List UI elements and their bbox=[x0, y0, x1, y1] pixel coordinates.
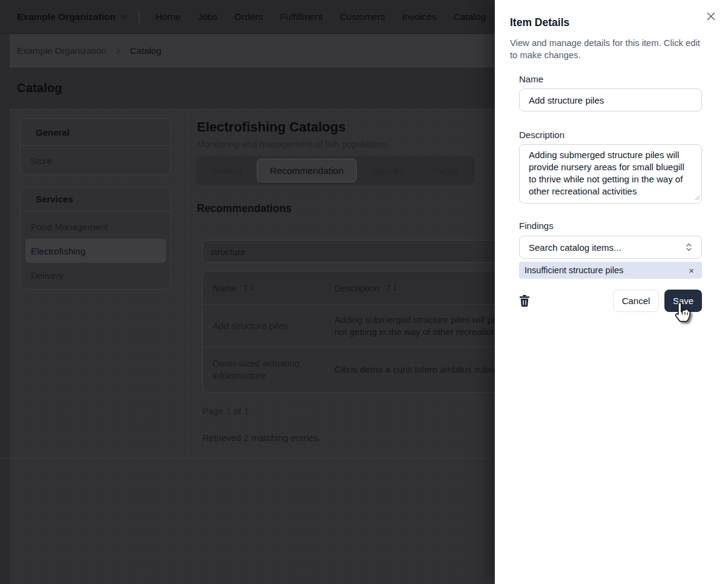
recommendations-heading: Recommendations bbox=[197, 202, 292, 215]
column-header-description[interactable]: Description bbox=[334, 283, 380, 293]
catalog-title: Electrofishing Catalogs bbox=[197, 119, 346, 135]
cancel-button[interactable]: Cancel bbox=[613, 290, 659, 312]
close-button[interactable] bbox=[706, 11, 716, 22]
org-switcher[interactable]: Example Organization bbox=[17, 12, 128, 22]
nav-item-invoices[interactable]: Invoices bbox=[402, 12, 437, 22]
sidebar-section-title: General bbox=[21, 119, 171, 146]
nav-item-fulfillment[interactable]: Fulfillment bbox=[280, 12, 323, 22]
nav-divider bbox=[139, 10, 139, 24]
application-window: Example Organization Home Jobs Orders Fu… bbox=[0, 0, 728, 584]
nav-item-orders[interactable]: Orders bbox=[234, 12, 263, 22]
chevron-up-down-icon bbox=[685, 242, 693, 252]
sort-icon[interactable]: ↑↓ bbox=[242, 283, 255, 293]
findings-select-placeholder: Search catalog items... bbox=[529, 242, 685, 253]
tab-finding[interactable]: Finding bbox=[198, 159, 257, 182]
panel-description: View and manage details for this item. C… bbox=[510, 37, 710, 61]
findings-label: Findings bbox=[519, 221, 554, 231]
sort-icon[interactable]: ↑↓ bbox=[385, 283, 398, 293]
column-header-name[interactable]: Name bbox=[213, 283, 237, 293]
tab-recommendation[interactable]: Recommendation bbox=[257, 159, 357, 182]
left-edge-strip bbox=[0, 34, 10, 584]
finding-chip-label: Insufficient structure piles bbox=[524, 265, 687, 275]
row-name: Down-sized actuating infrastructure bbox=[213, 357, 299, 382]
description-label: Description bbox=[519, 130, 564, 140]
save-button[interactable]: Save bbox=[664, 290, 702, 312]
trash-icon bbox=[519, 294, 530, 307]
nav-item-home[interactable]: Home bbox=[156, 12, 180, 22]
pagination-status: Page 1 of 1 bbox=[202, 406, 249, 416]
remove-finding-button[interactable]: × bbox=[687, 266, 695, 275]
sidebar-section-general: General Store bbox=[20, 118, 171, 175]
tab-species[interactable]: Species bbox=[357, 159, 418, 182]
chevron-down-icon bbox=[120, 15, 128, 19]
delete-button[interactable] bbox=[519, 294, 530, 307]
breadcrumb-current: Catalog bbox=[130, 45, 162, 56]
breadcrumb-org[interactable]: Example Organization bbox=[17, 45, 107, 56]
row-name: Add structure piles bbox=[213, 320, 288, 332]
findings-select[interactable]: Search catalog items... bbox=[519, 236, 702, 259]
org-name: Example Organization bbox=[17, 12, 116, 22]
catalog-tabs: Finding Recommendation Species Target bbox=[196, 156, 475, 185]
nav-item-catalog[interactable]: Catalog bbox=[454, 12, 486, 22]
page-title: Catalog bbox=[17, 81, 62, 95]
description-field[interactable]: Adding submerged structure piles will pr… bbox=[519, 144, 702, 204]
item-details-panel: Item Details View and manage details for… bbox=[495, 0, 728, 584]
results-summary: Retrieved 2 matching entries. bbox=[202, 433, 320, 443]
tab-target[interactable]: Target bbox=[418, 159, 472, 182]
nav-item-jobs[interactable]: Jobs bbox=[197, 12, 217, 22]
panel-title: Item Details bbox=[510, 16, 569, 29]
sidebar-item-store[interactable]: Store bbox=[21, 146, 171, 175]
close-icon bbox=[707, 12, 715, 21]
nav-item-customers[interactable]: Customers bbox=[340, 12, 385, 22]
sidebar-item-pond-management[interactable]: Pond Management bbox=[25, 214, 166, 239]
catalog-subtitle: Monitoring and management of fish popula… bbox=[197, 139, 388, 149]
finding-chip: Insufficient structure piles × bbox=[519, 262, 702, 279]
chevron-right-icon bbox=[116, 47, 121, 54]
sidebar-item-delivery[interactable]: Delivery bbox=[25, 263, 166, 287]
sidebar-item-electrofishing[interactable]: Electrofishing bbox=[25, 239, 166, 263]
name-label: Name bbox=[519, 74, 543, 84]
content-vertical-divider bbox=[188, 110, 188, 458]
sidebar-section-services: Services Pond Management Electrofishing … bbox=[20, 187, 171, 290]
nav-menu: Home Jobs Orders Fulfillment Customers I… bbox=[156, 12, 536, 22]
sidebar-section-title: Services bbox=[21, 187, 171, 211]
row-description: Cibus demo a curis tolero ambitus subsec… bbox=[334, 363, 508, 376]
name-field[interactable] bbox=[519, 88, 702, 111]
sidebar-service-list: Pond Management Electrofishing Delivery bbox=[21, 211, 171, 290]
panel-actions: Cancel Save bbox=[519, 290, 702, 312]
